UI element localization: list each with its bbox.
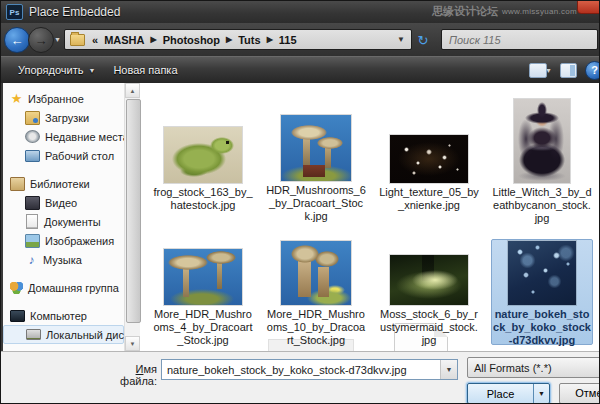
file-item[interactable]: HDR_Mushrooms_6_by_Dracoart_Stock.jpg (264, 99, 368, 223)
history-dropdown-icon[interactable]: ▼ (54, 36, 61, 43)
sidebar-item-folder-down[interactable]: Загрузки (3, 108, 124, 127)
file-item[interactable]: nature_bokeh_stock_by_koko_stock-d73dkvv… (490, 223, 594, 347)
photoshop-app-icon: Ps (6, 4, 23, 20)
file-thumbnail-witch (514, 99, 570, 183)
sidebar-item-documents[interactable]: Документы (3, 212, 124, 231)
address-dropdown-icon[interactable]: ▼ (397, 35, 411, 44)
breadcrumb: « MASHA ▶ Photoshop ▶ Tuts ▶ 115 (90, 34, 299, 46)
forward-button[interactable]: → (28, 27, 54, 53)
address-bar[interactable]: « MASHA ▶ Photoshop ▶ Tuts ▶ 115 ▼ (64, 29, 412, 50)
pictures-icon (25, 234, 40, 248)
file-item[interactable]: More_HDR_Mushrooms_4_by_Dracoart_Stock.j… (151, 223, 255, 347)
file-item[interactable]: Moss_stock_6_by_rustymermaid_stock.jpg (377, 223, 481, 347)
help-button[interactable]: ? (585, 61, 600, 80)
sidebar-item-label: Компьютер (30, 310, 87, 322)
sidebar-item-label: Изображения (45, 235, 114, 247)
disk-icon (26, 329, 41, 340)
desktop-icon (25, 150, 40, 162)
music-icon: ♪ (25, 254, 38, 266)
sidebar-item-label: Документы (44, 216, 101, 228)
computer-icon (10, 310, 25, 322)
search-input[interactable]: Поиск 115 (441, 29, 598, 50)
sidebar-item-label: Видео (45, 197, 77, 209)
back-button[interactable]: ← (4, 27, 30, 53)
new-folder-button[interactable]: Новая папка (104, 61, 186, 79)
dialog-footer: Имя файла: nature_bokeh_stock_by_koko_st… (1, 351, 599, 404)
sidebar-scrollbar[interactable]: ▲ ▼ (124, 83, 140, 351)
breadcrumb-masha[interactable]: MASHA (102, 34, 146, 46)
search-placeholder: Поиск 115 (442, 34, 501, 46)
breadcrumb-separator-icon: ▶ (265, 35, 275, 44)
navigation-bar: ← → ▼ « MASHA ▶ Photoshop ▶ Tuts ▶ 115 ▼… (1, 23, 599, 56)
organize-button[interactable]: Упорядочить ▼ (9, 61, 104, 79)
video-icon (25, 196, 40, 210)
close-button[interactable] (577, 0, 600, 14)
place-button[interactable]: Place ▼ (467, 383, 550, 404)
place-label: Place (468, 388, 533, 400)
sidebar-item-music[interactable]: ♪Музыка (3, 250, 124, 269)
file-thumbnail-mush1 (281, 115, 351, 181)
breadcrumb-separator-icon: ▶ (224, 35, 234, 44)
scrollbar-thumb[interactable] (126, 99, 141, 323)
window-title: Place Embedded (29, 5, 120, 19)
breadcrumb-photoshop[interactable]: Photoshop (161, 34, 222, 46)
title-bar[interactable]: Ps Place Embedded 思缘设计论坛 www.missyuan.co… (1, 1, 599, 23)
format-combobox[interactable]: All Formats (*.*) ▼ (467, 357, 600, 378)
sidebar-item-label: Библиотеки (30, 178, 90, 190)
sidebar-item-libraries[interactable]: Библиотеки (3, 174, 124, 193)
sidebar-item-desktop[interactable]: Рабочий стол (3, 146, 124, 165)
homegroup-icon (10, 282, 23, 294)
file-thumbnail-bokeh (508, 241, 576, 305)
scroll-down-icon[interactable]: ▼ (125, 336, 140, 351)
sidebar-list: ★ИзбранноеЗагрузкиНедавние местаРабочий … (3, 83, 124, 351)
sidebar-item-label: Музыка (43, 254, 82, 266)
sidebar-item-computer[interactable]: Компьютер (3, 306, 124, 325)
file-name: More_HDR_Mushrooms_4_by_Dracoart_Stock.j… (153, 308, 253, 347)
change-view-button[interactable]: ▼ (529, 63, 552, 78)
file-item[interactable]: More_HDR_Mushrooms_10_by_Dracoart_Stock.… (264, 223, 368, 347)
file-name: Light_texture_05_by_xnienke.jpg (379, 186, 479, 212)
file-name: Little_Witch_3_by_deathbycanon_stock.jpg (492, 186, 592, 225)
sidebar-item-video[interactable]: Видео (3, 193, 124, 212)
sidebar-item-recent[interactable]: Недавние места (3, 127, 124, 146)
watermark-cn-text: 思缘设计论坛 (432, 4, 498, 19)
file-item[interactable]: frog_stock_163_by_hatestock.jpg (151, 99, 255, 223)
breadcrumb-115[interactable]: 115 (277, 34, 299, 46)
sidebar-item-label: Недавние места (45, 131, 124, 143)
place-split-dropdown-icon[interactable]: ▼ (533, 384, 549, 403)
watermark: 思缘设计论坛 www.missyuan.com (432, 4, 577, 19)
sidebar-item-label: Рабочий стол (45, 150, 114, 162)
place-embedded-dialog: Ps Place Embedded 思缘设计论坛 www.missyuan.co… (0, 0, 600, 404)
filename-combobox[interactable]: nature_bokeh_stock_by_koko_stock-d73dkvv… (161, 359, 458, 380)
file-name: More_HDR_Mushrooms_10_by_Dracoart_Stock.… (266, 308, 366, 347)
breadcrumb-tuts[interactable]: Tuts (236, 34, 262, 46)
scroll-up-icon[interactable]: ▲ (125, 83, 140, 98)
libraries-icon (10, 177, 25, 191)
cancel-button[interactable]: Отмена (559, 383, 600, 404)
file-thumbnail-mush2 (164, 249, 242, 305)
watermark-url-text: www.missyuan.com (502, 7, 577, 16)
sidebar-item-label: Домашняя группа (28, 282, 119, 294)
file-thumbnail-light (390, 135, 468, 183)
sidebar-item-star[interactable]: ★Избранное (3, 89, 124, 108)
new-folder-label: Новая папка (113, 64, 177, 76)
file-name: HDR_Mushrooms_6_by_Dracoart_Stock.jpg (266, 184, 366, 223)
file-name: frog_stock_163_by_hatestock.jpg (153, 186, 253, 212)
chevron-down-icon[interactable]: ▼ (440, 360, 457, 379)
sidebar-item-homegroup[interactable]: Домашняя группа (3, 278, 124, 297)
refresh-icon[interactable]: ↻ (414, 31, 432, 49)
preview-pane-button[interactable] (560, 63, 577, 78)
organize-label: Упорядочить (18, 64, 83, 76)
filename-label: Имя файла: (99, 363, 157, 387)
folder-down-icon (25, 111, 40, 125)
format-value: All Formats (*.*) (468, 362, 552, 374)
breadcrumb-prefix[interactable]: « (90, 34, 100, 46)
command-toolbar: Упорядочить ▼ Новая папка ▼ ? (1, 56, 599, 83)
file-item[interactable]: Light_texture_05_by_xnienke.jpg (377, 99, 481, 223)
file-name: nature_bokeh_stock_by_koko_stock-d73dkvv… (492, 308, 592, 347)
sidebar-item-disk[interactable]: Локальный диск (3, 325, 124, 344)
file-grid: frog_stock_163_by_hatestock.jpgHDR_Mushr… (141, 83, 599, 351)
sidebar-item-pictures[interactable]: Изображения (3, 231, 124, 250)
file-item[interactable]: Little_Witch_3_by_deathbycanon_stock.jpg (490, 99, 594, 223)
filename-value: nature_bokeh_stock_by_koko_stock-d73dkvv… (162, 364, 407, 376)
